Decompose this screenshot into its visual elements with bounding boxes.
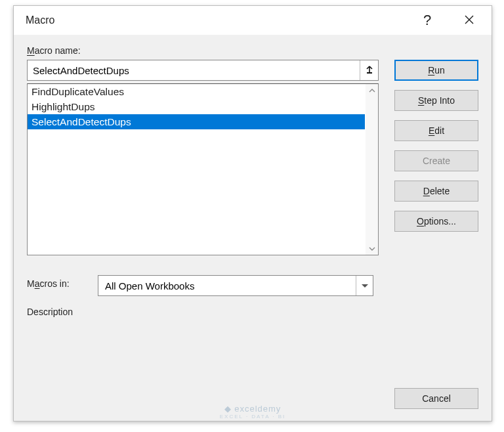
macro-list-wrap: FindDuplicateValues HighlightDups Select… (27, 83, 379, 255)
chevron-down-icon (369, 247, 375, 251)
macro-dialog: Macro ? Macro name: F (13, 5, 492, 421)
range-selector-icon (365, 65, 374, 76)
options-button[interactable]: Options... (394, 211, 478, 232)
title-controls: ? (414, 7, 482, 33)
titlebar: Macro ? (14, 6, 492, 35)
chevron-up-icon (369, 89, 375, 93)
delete-button[interactable]: Delete (394, 181, 478, 202)
macros-in-row: Macros in: All Open Workbooks (27, 275, 379, 296)
step-into-button[interactable]: Step Into (394, 90, 478, 111)
macro-listbox[interactable]: FindDuplicateValues HighlightDups Select… (27, 83, 379, 255)
macro-name-label: Macro name: (27, 45, 379, 56)
list-items: FindDuplicateValues HighlightDups Select… (28, 84, 365, 255)
refedit-button[interactable] (360, 60, 378, 80)
list-item[interactable]: FindDuplicateValues (28, 84, 365, 99)
macro-name-input-wrap (27, 60, 379, 81)
dropdown-button[interactable] (356, 276, 373, 295)
button-column: Run Step Into Edit Create Delete Options… (394, 45, 478, 232)
run-button[interactable]: Run (394, 60, 478, 81)
help-button[interactable]: ? (414, 7, 440, 33)
create-button: Create (394, 150, 478, 171)
description-label: Description (27, 307, 379, 317)
chevron-down-icon (362, 284, 368, 288)
dialog-title: Macro (26, 14, 414, 26)
name-column: Macro name: FindDuplicateValues Highligh… (27, 45, 379, 321)
svg-rect-2 (367, 72, 372, 74)
close-icon (464, 14, 474, 25)
list-item[interactable]: HighlightDups (28, 99, 365, 114)
macros-in-dropdown[interactable]: All Open Workbooks (98, 275, 373, 296)
scroll-up-icon[interactable] (366, 84, 378, 97)
macros-in-label: Macros in: (27, 278, 86, 289)
close-button[interactable] (456, 7, 482, 33)
dialog-body: Macro name: FindDuplicateValues Highligh… (14, 35, 492, 421)
macro-name-input[interactable] (28, 60, 360, 80)
scroll-down-icon[interactable] (366, 242, 378, 255)
list-item[interactable]: SelectAndDetectDups (28, 114, 365, 129)
listbox-scrollbar[interactable] (366, 84, 378, 255)
edit-button[interactable]: Edit (394, 120, 478, 141)
cancel-button[interactable]: Cancel (394, 388, 478, 409)
cancel-wrap: Cancel (394, 388, 478, 409)
top-row: Macro name: FindDuplicateValues Highligh… (27, 45, 478, 321)
macros-in-value: All Open Workbooks (98, 276, 356, 295)
